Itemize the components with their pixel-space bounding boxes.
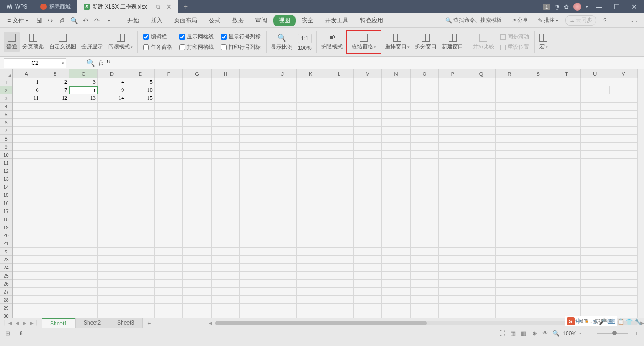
cell[interactable] — [268, 223, 297, 231]
cell[interactable] — [524, 119, 553, 127]
cell[interactable] — [297, 239, 325, 248]
maximize-button[interactable]: ☐ — [610, 2, 623, 11]
cell[interactable] — [609, 159, 638, 167]
cell[interactable] — [524, 248, 553, 256]
split-window-button[interactable]: 拆分窗口 — [412, 32, 439, 52]
cell[interactable] — [552, 167, 581, 175]
ime-punct-icon[interactable]: 🔸 — [583, 318, 590, 325]
undo-icon[interactable]: ↶ — [81, 16, 90, 25]
cell[interactable] — [183, 207, 212, 215]
cell[interactable] — [240, 119, 268, 127]
cell[interactable] — [382, 223, 411, 231]
cell[interactable] — [411, 272, 439, 280]
cell[interactable] — [41, 199, 70, 207]
cell[interactable] — [126, 280, 155, 288]
checkbox-icon[interactable] — [143, 44, 149, 50]
cell[interactable] — [240, 159, 268, 167]
menu-tab-1[interactable]: 插入 — [145, 15, 168, 26]
eye-status-icon[interactable]: 👁 — [541, 330, 549, 337]
cell[interactable]: 8 — [69, 86, 98, 94]
cell[interactable] — [325, 103, 354, 111]
cell[interactable] — [382, 215, 411, 223]
zoom-100-button[interactable]: 1:1 100% — [295, 32, 314, 53]
cell[interactable] — [411, 183, 439, 191]
cell[interactable] — [524, 288, 553, 296]
cell[interactable] — [581, 159, 610, 167]
cell[interactable] — [552, 127, 581, 135]
cell[interactable] — [268, 239, 297, 248]
cell[interactable] — [13, 151, 41, 159]
row-header[interactable]: 5 — [0, 111, 12, 119]
cell[interactable] — [354, 312, 382, 318]
row-header[interactable]: 3 — [0, 94, 12, 103]
cell[interactable]: 11 — [13, 94, 41, 103]
cell[interactable] — [69, 215, 98, 223]
cell[interactable] — [467, 272, 496, 280]
cell[interactable] — [524, 159, 553, 167]
cell[interactable] — [439, 304, 467, 312]
cell[interactable] — [439, 199, 467, 207]
zoom-percent[interactable]: 100% — [563, 330, 576, 337]
cell[interactable] — [411, 78, 439, 86]
col-header[interactable]: J — [268, 69, 297, 78]
cell[interactable] — [183, 256, 212, 264]
cell[interactable] — [155, 167, 183, 175]
checkbox-icon[interactable] — [179, 44, 185, 50]
read-mode-button[interactable]: 阅读模式 — [106, 32, 136, 52]
cell[interactable] — [240, 135, 268, 143]
col-header[interactable]: V — [609, 69, 638, 78]
cell[interactable] — [268, 78, 297, 86]
fullscreen-button[interactable]: ⛶ 全屏显示 — [79, 32, 106, 52]
cell[interactable] — [268, 167, 297, 175]
cell[interactable] — [382, 199, 411, 207]
cell[interactable]: 14 — [98, 94, 127, 103]
cell[interactable] — [354, 215, 382, 223]
cell[interactable] — [183, 167, 212, 175]
cell[interactable]: 4 — [98, 78, 127, 86]
cell[interactable] — [467, 119, 496, 127]
cell[interactable] — [382, 239, 411, 248]
cell[interactable] — [183, 103, 212, 111]
cell[interactable] — [354, 183, 382, 191]
cell[interactable] — [297, 231, 325, 239]
cell[interactable] — [183, 215, 212, 223]
cell[interactable] — [98, 304, 127, 312]
cell[interactable] — [354, 239, 382, 248]
row-header[interactable]: 23 — [0, 256, 12, 264]
cell[interactable] — [183, 175, 212, 183]
cell[interactable] — [609, 175, 638, 183]
cell[interactable] — [126, 223, 155, 231]
col-header[interactable]: P — [439, 69, 467, 78]
search-box[interactable]: 🔍 查找命令、搜索模板 — [443, 16, 504, 25]
cell[interactable] — [354, 296, 382, 304]
ime-voice-icon[interactable]: 🎤 — [599, 318, 606, 325]
cell[interactable] — [524, 183, 553, 191]
cell[interactable] — [467, 111, 496, 119]
cell[interactable] — [297, 199, 325, 207]
cell[interactable] — [98, 127, 127, 135]
cell[interactable] — [524, 86, 553, 94]
cell[interactable] — [524, 215, 553, 223]
cell[interactable] — [609, 78, 638, 86]
cell[interactable] — [69, 151, 98, 159]
cell[interactable] — [467, 94, 496, 103]
collapse-ribbon-icon[interactable]: ︿ — [629, 16, 640, 26]
cell[interactable] — [126, 248, 155, 256]
cell[interactable] — [354, 199, 382, 207]
cell[interactable] — [98, 272, 127, 280]
cell[interactable] — [581, 264, 610, 272]
cell[interactable] — [183, 288, 212, 296]
cell[interactable] — [212, 280, 240, 288]
cell[interactable] — [581, 280, 610, 288]
cell[interactable] — [411, 111, 439, 119]
cell[interactable] — [268, 127, 297, 135]
cell[interactable] — [240, 151, 268, 159]
cell[interactable]: 9 — [98, 86, 127, 94]
cell[interactable] — [13, 103, 41, 111]
cell[interactable] — [41, 223, 70, 231]
cell[interactable] — [411, 143, 439, 151]
cell[interactable] — [98, 143, 127, 151]
cell[interactable] — [41, 151, 70, 159]
cell[interactable] — [552, 248, 581, 256]
annotate-button[interactable]: ✎ 批注 ▾ — [535, 16, 561, 25]
